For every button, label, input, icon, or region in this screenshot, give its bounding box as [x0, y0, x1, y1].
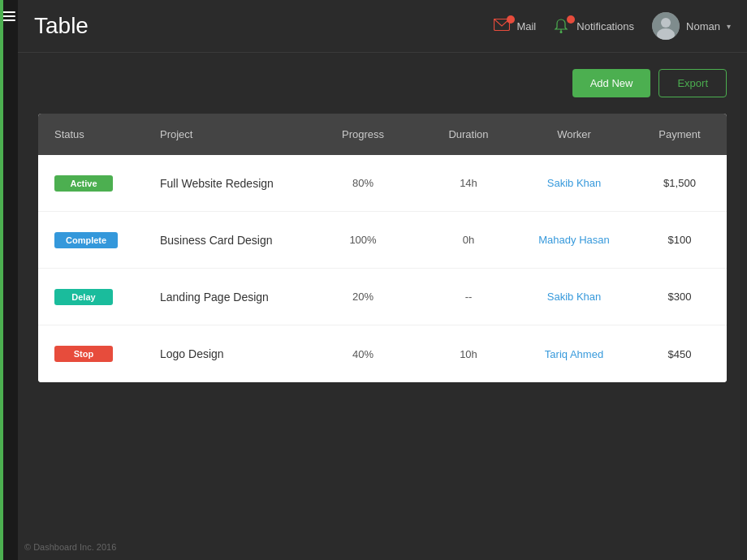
cell-project-3: Logo Design	[160, 334, 306, 373]
table-row: Stop Logo Design 40% 10h Tariq Ahmed $45…	[38, 325, 727, 382]
main-content: Add New Export Status Project Progress D…	[18, 53, 747, 560]
cell-status-1: Complete	[54, 219, 160, 261]
mail-nav-item[interactable]: Mail	[494, 19, 536, 33]
cell-payment-0: $1,500	[631, 164, 727, 202]
col-header-duration: Duration	[420, 114, 517, 155]
copyright-text: © Dashboard Inc. 2016	[24, 542, 116, 552]
table-row: Delay Landing Page Design 20% -- Sakib K…	[38, 269, 727, 325]
status-badge: Complete	[54, 232, 118, 248]
cell-worker-0[interactable]: Sakib Khan	[517, 164, 631, 202]
sidebar	[0, 0, 18, 560]
cell-status-2: Delay	[54, 276, 160, 318]
table-container: Status Project Progress Duration Worker …	[38, 114, 727, 382]
mail-icon-wrap	[494, 19, 512, 33]
cell-worker-1[interactable]: Mahady Hasan	[517, 221, 631, 259]
user-section[interactable]: Noman ▾	[652, 12, 731, 40]
cell-progress-0: 80%	[306, 164, 420, 202]
cell-progress-2: 20%	[306, 278, 420, 316]
cell-worker-2[interactable]: Sakib Khan	[517, 278, 631, 316]
status-badge: Stop	[54, 346, 113, 362]
cell-project-0: Full Website Redesign	[160, 164, 306, 203]
cell-duration-0: 14h	[420, 164, 517, 202]
table-header: Status Project Progress Duration Worker …	[38, 114, 727, 155]
cell-payment-1: $100	[631, 221, 727, 259]
cell-project-2: Landing Page Design	[160, 278, 306, 317]
col-header-status: Status	[54, 114, 160, 155]
notifications-badge	[567, 15, 575, 24]
notifications-label: Notifications	[576, 20, 634, 32]
table-row: Complete Business Card Design 100% 0h Ma…	[38, 212, 727, 269]
mail-label: Mail	[516, 20, 536, 32]
menu-icon[interactable]	[2, 11, 15, 21]
cell-status-3: Stop	[54, 333, 160, 375]
header: Table Mail Notificati	[18, 0, 747, 53]
cell-status-0: Active	[54, 162, 160, 205]
cell-worker-3[interactable]: Tariq Ahmed	[517, 335, 631, 373]
cell-duration-3: 10h	[420, 335, 517, 373]
svg-point-2	[560, 31, 563, 33]
footer: © Dashboard Inc. 2016	[24, 542, 116, 552]
avatar	[652, 12, 680, 40]
user-name: Noman	[686, 20, 720, 32]
col-header-progress: Progress	[306, 114, 420, 155]
table-body: Active Full Website Redesign 80% 14h Sak…	[38, 155, 727, 382]
export-button[interactable]: Export	[658, 69, 727, 97]
page-title: Table	[34, 13, 494, 39]
cell-duration-1: 0h	[420, 221, 517, 259]
cell-payment-3: $450	[631, 335, 727, 373]
cell-progress-3: 40%	[306, 335, 420, 373]
svg-point-4	[661, 18, 671, 28]
status-badge: Delay	[54, 289, 113, 305]
cell-payment-2: $300	[631, 278, 727, 316]
notif-icon-wrap	[554, 19, 572, 33]
notifications-nav-item[interactable]: Notifications	[554, 19, 634, 33]
sidebar-accent-bar	[0, 0, 3, 560]
status-badge: Active	[54, 175, 113, 192]
chevron-down-icon: ▾	[727, 22, 731, 31]
cell-progress-1: 100%	[306, 221, 420, 259]
add-new-button[interactable]: Add New	[572, 69, 651, 97]
mail-badge	[507, 15, 515, 24]
cell-project-1: Business Card Design	[160, 221, 306, 260]
col-header-worker: Worker	[517, 114, 631, 155]
header-right: Mail Notifications	[494, 12, 731, 40]
col-header-payment: Payment	[631, 114, 727, 155]
table-row: Active Full Website Redesign 80% 14h Sak…	[38, 155, 727, 212]
col-header-project: Project	[160, 114, 306, 155]
cell-duration-2: --	[420, 278, 517, 316]
toolbar: Add New Export	[38, 69, 727, 97]
